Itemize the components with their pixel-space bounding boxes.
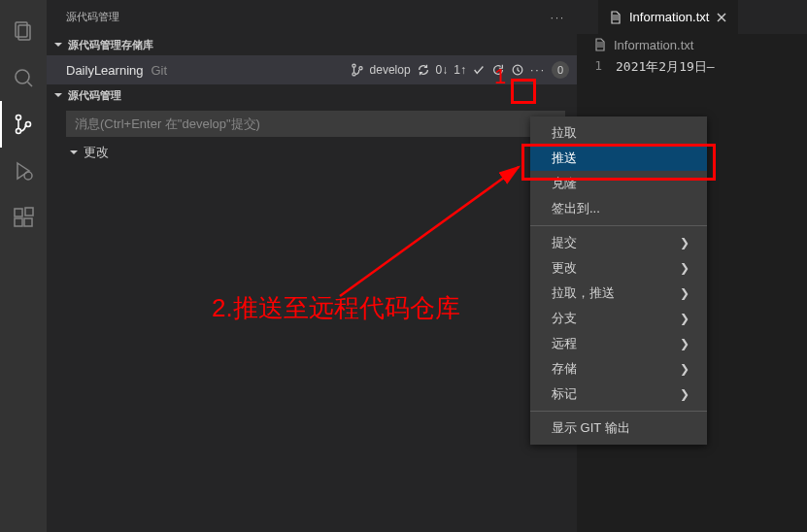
- annotation-label-1: 1: [494, 64, 506, 89]
- svg-line-19: [340, 167, 519, 296]
- annotation-box-2: [521, 144, 716, 181]
- annotation-label-2: 2.推送至远程代码仓库: [212, 291, 460, 325]
- annotation-box-1: [511, 79, 536, 104]
- annotation-arrow: [0, 0, 807, 532]
